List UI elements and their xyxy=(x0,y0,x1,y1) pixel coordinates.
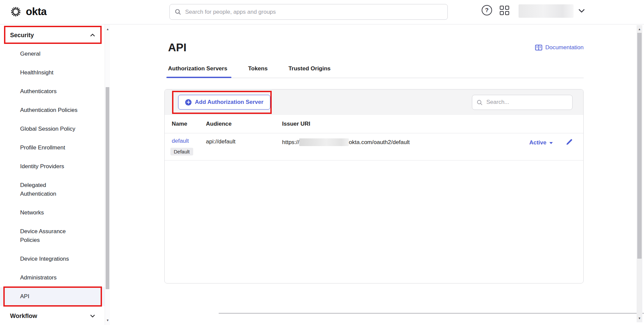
sidebar-scrollbar-thumb[interactable] xyxy=(106,87,109,289)
sidebar-item-general[interactable]: General xyxy=(0,45,105,63)
authorization-server-link[interactable]: default xyxy=(172,138,189,144)
section-label: Workflow xyxy=(10,313,37,320)
table-search xyxy=(472,95,573,110)
redacted-domain xyxy=(299,138,349,146)
okta-wordmark: okta xyxy=(26,6,47,18)
search-icon xyxy=(175,9,181,15)
sidebar-item-healthinsight[interactable]: HealthInsight xyxy=(0,63,105,82)
status-dropdown[interactable]: Active xyxy=(529,138,553,147)
page-title: API xyxy=(168,41,186,54)
plus-circle-icon xyxy=(185,99,192,106)
tab-bar: Authorization ServersTokensTrusted Origi… xyxy=(166,65,584,78)
audience-value: api://default xyxy=(206,138,282,145)
book-icon xyxy=(535,45,542,51)
okta-logo[interactable]: okta xyxy=(10,6,47,18)
apps-grid-icon[interactable] xyxy=(500,6,510,16)
sidebar-item-global-session-policy[interactable]: Global Session Policy xyxy=(0,120,105,138)
sidebar-item-label: Networks xyxy=(20,208,44,217)
tab-label: Tokens xyxy=(248,65,268,72)
search-icon xyxy=(477,100,483,106)
sidebar-item-authentication-policies[interactable]: Authentication Policies xyxy=(0,101,105,120)
edit-pencil-icon[interactable] xyxy=(566,138,573,147)
tab-trusted-origins[interactable]: Trusted Origins xyxy=(287,65,335,78)
sidebar-scrollbar[interactable]: ▲ ▼ xyxy=(105,24,110,325)
issuer-uri-value: https://okta.com/oauth2/default xyxy=(282,138,501,146)
sidebar-item-identity-providers[interactable]: Identity Providers xyxy=(0,157,105,176)
sidebar-item-label: API xyxy=(20,292,29,301)
window-scrollbar[interactable]: ▲ ▼ xyxy=(637,25,642,322)
sidebar-section-security[interactable]: Security xyxy=(0,24,105,45)
tab-label: Authorization Servers xyxy=(168,65,227,72)
window-scrollbar-thumb[interactable] xyxy=(637,33,642,259)
sidebar-item-label: General xyxy=(20,50,40,58)
section-divider xyxy=(219,313,644,314)
scroll-up-arrow-icon[interactable]: ▲ xyxy=(637,27,642,31)
sidebar-item-label: Administrators xyxy=(20,273,57,282)
sidebar-item-label: Identity Providers xyxy=(20,162,64,171)
sidebar-item-networks[interactable]: Networks xyxy=(0,203,105,222)
sidebar-item-label: Authentication Policies xyxy=(20,106,77,115)
documentation-link[interactable]: Documentation xyxy=(535,44,584,51)
sidebar-item-label: Profile Enrollment xyxy=(20,143,65,152)
section-label: Security xyxy=(10,32,34,39)
table-search-input[interactable] xyxy=(472,95,573,110)
sidebar-item-label: Device Assurance Policies xyxy=(20,227,83,245)
sidebar-item-api[interactable]: API xyxy=(0,287,105,306)
okta-aura-icon xyxy=(10,6,21,17)
sidebar-item-label: Global Session Policy xyxy=(20,125,75,133)
column-header-name: Name xyxy=(172,121,206,127)
sidebar-item-device-assurance-policies[interactable]: Device Assurance Policies xyxy=(0,222,105,250)
topbar: okta ? xyxy=(0,0,644,24)
sidebar-item-label: Delegated Authentication xyxy=(20,181,83,198)
scroll-down-arrow-icon[interactable]: ▼ xyxy=(637,317,642,320)
scroll-down-arrow-icon[interactable]: ▼ xyxy=(105,319,110,322)
panel-toolbar: Add Authorization Server xyxy=(165,89,583,115)
default-badge: Default xyxy=(170,148,193,155)
tab-tokens[interactable]: Tokens xyxy=(247,65,272,78)
sidebar-item-label: Authenticators xyxy=(20,87,57,96)
scroll-up-arrow-icon[interactable]: ▲ xyxy=(105,27,110,31)
sidebar-item-device-integrations[interactable]: Device Integrations xyxy=(0,250,105,268)
add-authorization-server-button[interactable]: Add Authorization Server xyxy=(178,95,270,110)
sidebar-nav: GeneralHealthInsightAuthenticatorsAuthen… xyxy=(0,45,105,306)
sidebar-item-profile-enrollment[interactable]: Profile Enrollment xyxy=(0,138,105,157)
chevron-down-icon[interactable] xyxy=(578,9,585,13)
sidebar-item-label: HealthInsight xyxy=(20,68,53,77)
column-header-audience: Audience xyxy=(206,121,282,127)
chevron-down-icon xyxy=(90,314,95,318)
sidebar-item-authenticators[interactable]: Authenticators xyxy=(0,82,105,101)
table-row: default Default api://default https://ok… xyxy=(165,133,583,160)
sidebar-section-workflow[interactable]: Workflow xyxy=(0,306,105,325)
help-icon[interactable]: ? xyxy=(482,5,492,15)
table-header: Name Audience Issuer URI xyxy=(165,115,583,133)
global-search xyxy=(169,4,448,20)
sidebar-item-label: Device Integrations xyxy=(20,255,69,263)
sidebar: Security GeneralHealthInsightAuthenticat… xyxy=(0,24,105,325)
main-content: API Documentation Authorization ServersT… xyxy=(110,24,637,325)
tab-label: Trusted Origins xyxy=(288,65,331,72)
tab-authorization-servers[interactable]: Authorization Servers xyxy=(166,65,231,78)
global-search-input[interactable] xyxy=(169,4,448,20)
column-header-issuer-uri: Issuer URI xyxy=(282,121,501,127)
chevron-up-icon xyxy=(90,34,95,37)
authorization-servers-panel: Add Authorization Server Name Audience I… xyxy=(164,89,584,283)
sidebar-item-delegated-authentication[interactable]: Delegated Authentication xyxy=(0,176,105,203)
sidebar-item-administrators[interactable]: Administrators xyxy=(0,268,105,287)
account-name-redacted[interactable] xyxy=(519,4,574,18)
caret-down-icon xyxy=(549,142,553,144)
